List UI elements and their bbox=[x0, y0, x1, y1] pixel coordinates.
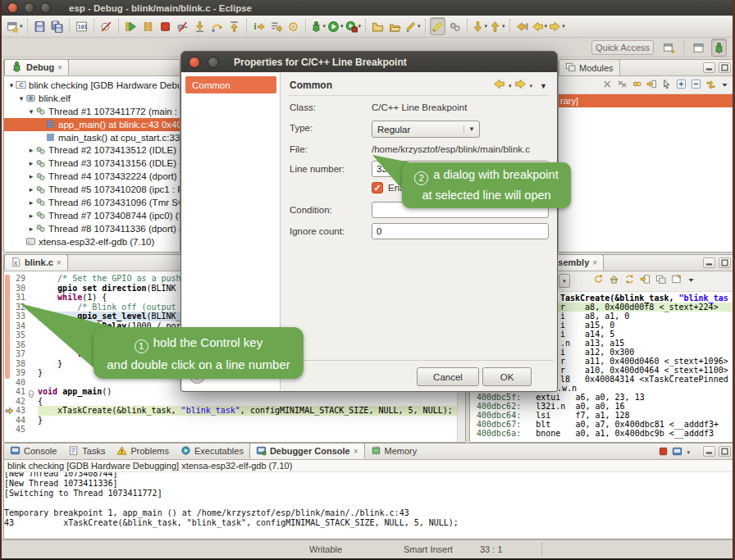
window-maximize-button[interactable] bbox=[40, 2, 51, 13]
window-perspective-icon[interactable] bbox=[691, 39, 706, 57]
last-edit-icon[interactable] bbox=[514, 17, 530, 35]
tree-collapsed-icon[interactable]: ▸ bbox=[27, 198, 35, 207]
tree-expanded-icon[interactable]: ▾ bbox=[7, 81, 16, 89]
remove-icon[interactable] bbox=[602, 78, 613, 93]
code-line[interactable]: 45 bbox=[4, 425, 465, 435]
line-number[interactable]: 39 bbox=[4, 368, 29, 377]
line-number[interactable]: 32 bbox=[4, 303, 29, 312]
minimize-icon[interactable] bbox=[703, 62, 715, 73]
link-icon[interactable] bbox=[705, 78, 716, 93]
occurrences-icon[interactable] bbox=[447, 17, 463, 35]
chevron-down-icon[interactable]: ▾ bbox=[509, 83, 512, 89]
save-icon[interactable] bbox=[32, 17, 48, 35]
symbols-icon[interactable] bbox=[632, 78, 642, 93]
debug-perspective-icon[interactable] bbox=[711, 39, 727, 57]
new-folder-icon[interactable] bbox=[370, 17, 386, 35]
debug-icon[interactable]: ▾ bbox=[310, 17, 326, 35]
tree-expanded-icon[interactable]: ▾ bbox=[27, 107, 35, 116]
external-tools-icon[interactable]: ▾ bbox=[345, 17, 362, 35]
pin-icon[interactable] bbox=[671, 273, 682, 288]
tab-memory[interactable]: Memory bbox=[365, 443, 423, 459]
code-line[interactable]: 43 xTaskCreate(&blink_task, "blink_task"… bbox=[4, 406, 465, 416]
line-number[interactable]: 29 bbox=[4, 274, 29, 283]
maximize-icon[interactable] bbox=[719, 62, 731, 73]
refresh-icon[interactable] bbox=[593, 273, 604, 288]
view-menu-icon[interactable] bbox=[720, 78, 729, 93]
dialog-menu-button[interactable] bbox=[208, 57, 219, 68]
chevron-down-icon[interactable]: ▾ bbox=[358, 23, 362, 30]
code-line[interactable]: 44} bbox=[4, 416, 465, 426]
search-pen-icon[interactable]: ▾ bbox=[404, 17, 421, 35]
disassembly-row[interactable]: 400dbc62: l32i.n a0, a0, 16 bbox=[470, 402, 734, 411]
debug-tree-item[interactable]: ▾Thread #1 1073411772 (main : Running) bbox=[4, 105, 180, 118]
line-number[interactable]: 41 bbox=[4, 387, 29, 396]
view-menu-icon[interactable] bbox=[687, 273, 696, 288]
chevron-down-icon[interactable]: ▾ bbox=[20, 23, 23, 30]
forward-icon[interactable]: ▾ bbox=[549, 17, 565, 35]
new-view-icon[interactable] bbox=[655, 273, 666, 288]
suspend-icon[interactable] bbox=[140, 17, 156, 35]
ok-button[interactable]: OK bbox=[482, 367, 532, 386]
modules-selected-row[interactable]: rary] bbox=[559, 94, 734, 107]
load-symbols-icon[interactable] bbox=[646, 78, 657, 93]
chevron-down-icon[interactable]: ▾ bbox=[687, 449, 690, 456]
tree-collapsed-icon[interactable]: ▸ bbox=[27, 212, 35, 220]
tree-collapsed-icon[interactable]: ▸ bbox=[27, 185, 35, 193]
line-number[interactable]: 34 bbox=[4, 321, 29, 330]
deselect-icon[interactable] bbox=[661, 78, 672, 93]
debug-tree-item[interactable]: ▸Thread #4 1073432224 (dport) (Suspended… bbox=[4, 170, 180, 183]
line-number[interactable]: 37 bbox=[4, 349, 29, 358]
tree-collapsed-icon[interactable]: ▸ bbox=[27, 225, 35, 233]
terminate-console-icon[interactable] bbox=[658, 445, 669, 460]
debug-tree-item[interactable]: ▸Thread #3 1073413156 (IDLE) (Suspended) bbox=[4, 157, 180, 170]
line-number[interactable]: 36 bbox=[4, 340, 29, 349]
quick-access-button[interactable]: Quick Access bbox=[591, 40, 654, 55]
view-menu-icon[interactable]: ▼ bbox=[540, 82, 547, 90]
terminate-icon[interactable] bbox=[158, 17, 173, 35]
display-console-icon[interactable] bbox=[672, 445, 682, 460]
next-annotation-icon[interactable]: ▾ bbox=[472, 17, 488, 35]
close-icon[interactable]: × bbox=[354, 447, 358, 456]
debug-tree-item[interactable]: ▾blink.elf bbox=[4, 92, 180, 105]
collapse-icon[interactable] bbox=[691, 78, 701, 93]
debug-tree-item[interactable]: ▸Thread #5 1073410208 (ipc1 : Running) bbox=[4, 183, 180, 196]
save-all-icon[interactable] bbox=[49, 17, 65, 35]
chevron-down-icon[interactable]: ▾ bbox=[323, 23, 326, 30]
line-number[interactable]: 45 bbox=[4, 425, 29, 434]
disassembly-row[interactable]: 400dbc64: lsi f7, a1, 128 bbox=[470, 411, 734, 420]
line-number[interactable]: 38 bbox=[4, 359, 29, 368]
open-folder-icon[interactable] bbox=[387, 17, 403, 35]
follow-icon[interactable] bbox=[640, 273, 651, 288]
debug-tree-item[interactable]: ▾Cblink checking [GDB Hardware Debugging… bbox=[4, 79, 180, 92]
debug-tree-item[interactable]: ▸Thread #2 1073413512 (IDLE) (Suspended) bbox=[4, 143, 180, 157]
step-into-icon[interactable] bbox=[192, 17, 208, 35]
close-icon[interactable]: × bbox=[57, 63, 62, 72]
tab-console[interactable]: Console bbox=[4, 443, 62, 459]
back-icon[interactable]: ▾ bbox=[532, 17, 548, 35]
tab-debugger-console[interactable]: Debugger Console× bbox=[249, 443, 365, 459]
forward-icon[interactable] bbox=[514, 78, 527, 93]
chevron-down-icon[interactable]: ▾ bbox=[485, 23, 488, 30]
disconnect-icon[interactable] bbox=[175, 17, 190, 35]
back-icon[interactable] bbox=[493, 78, 505, 93]
minimize-icon[interactable] bbox=[703, 257, 715, 268]
window-minimize-button[interactable] bbox=[24, 2, 34, 13]
remove-all-icon[interactable] bbox=[617, 78, 628, 93]
debug-tree-item[interactable]: ▸Thread #7 1073408744 (ipc0) (Suspended) bbox=[4, 209, 180, 222]
run-icon[interactable]: ▾ bbox=[327, 17, 344, 35]
chevron-down-icon[interactable]: ▾ bbox=[562, 23, 565, 30]
debug-context-icon[interactable] bbox=[285, 17, 301, 35]
line-number[interactable]: 40 bbox=[4, 378, 29, 387]
ignore-count-input[interactable] bbox=[372, 223, 549, 239]
line-number[interactable]: 31 bbox=[4, 293, 29, 302]
enabled-checkbox[interactable]: ✓ bbox=[372, 182, 383, 193]
close-icon[interactable]: × bbox=[592, 258, 597, 267]
debug-tree-item[interactable]: >_xtensa-esp32-elf-gdb (7.10) bbox=[4, 235, 180, 248]
resume-icon[interactable] bbox=[123, 17, 139, 35]
tab-executables[interactable]: Executables bbox=[175, 443, 249, 459]
binary-icon[interactable]: 101 bbox=[74, 17, 89, 35]
chevron-down-icon[interactable]: ▾ bbox=[559, 274, 570, 288]
sync-icon[interactable] bbox=[624, 273, 635, 288]
dialog-close-button[interactable] bbox=[189, 57, 200, 68]
tab-debug[interactable]: Debug × bbox=[4, 59, 69, 75]
